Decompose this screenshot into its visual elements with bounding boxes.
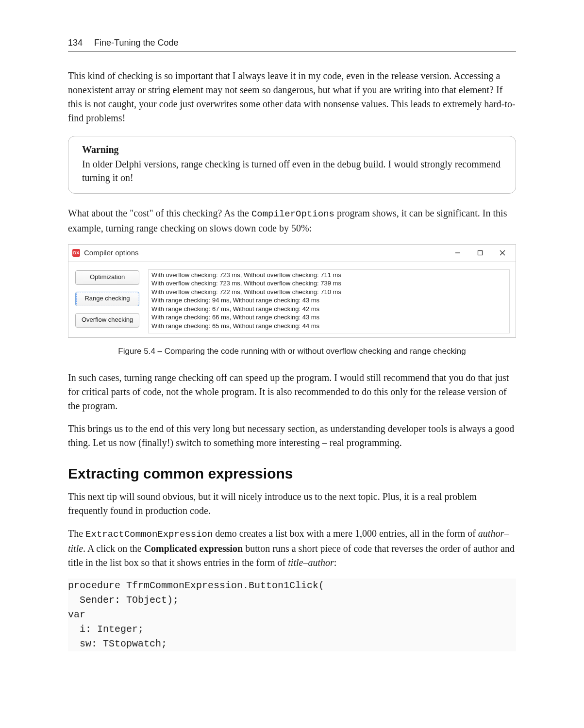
paragraph-1: This kind of checking is so important th… (68, 69, 516, 125)
output-panel: With overflow checking: 723 ms, Without … (148, 269, 510, 334)
italic-title-author: title–author (288, 557, 334, 568)
window-body: Optimization Range checking Overflow che… (68, 262, 516, 338)
optimization-button[interactable]: Optimization (75, 270, 139, 285)
output-line: With range checking: 66 ms, Without rang… (151, 313, 506, 322)
output-line: With range checking: 65 ms, Without rang… (151, 322, 506, 331)
paragraph-6-c: . A click on the (83, 543, 144, 554)
callout-body: In older Delphi versions, range checking… (82, 157, 502, 184)
inline-code-extractcommonexpression: ExtractCommonExpression (85, 529, 213, 540)
page-header: 134 Fine-Tuning the Code (68, 38, 516, 51)
paragraph-4: This brings us to the end of this very l… (68, 422, 516, 450)
overflow-checking-button[interactable]: Overflow checking (75, 313, 139, 328)
close-icon (500, 250, 505, 256)
svg-rect-1 (478, 250, 483, 255)
output-line: With overflow checking: 722 ms, Without … (151, 288, 506, 297)
window-button-column: Optimization Range checking Overflow che… (75, 269, 139, 334)
inline-code-compileroptions: CompilerOptions (251, 209, 334, 219)
compiler-options-window: DX Compiler options Optimization Range c… (68, 244, 516, 338)
paragraph-6: The ExtractCommonExpression demo creates… (68, 527, 516, 570)
range-checking-button[interactable]: Range checking (75, 292, 139, 306)
output-line: With overflow checking: 723 ms, Without … (151, 271, 506, 280)
paragraph-5: This next tip will sound obvious, but it… (68, 490, 516, 518)
close-button[interactable] (491, 246, 514, 260)
page-number: 134 (68, 38, 83, 48)
window-titlebar: DX Compiler options (68, 245, 516, 262)
paragraph-3: In such cases, turning range checking of… (68, 371, 516, 413)
output-line: With range checking: 67 ms, Without rang… (151, 305, 506, 314)
paragraph-6-e: : (334, 557, 337, 568)
window-title: Compiler options (84, 248, 447, 257)
paragraph-2: What about the "cost" of this checking? … (68, 206, 516, 235)
minimize-button[interactable] (447, 246, 469, 260)
maximize-button[interactable] (469, 246, 491, 260)
warning-callout: Warning In older Delphi versions, range … (68, 136, 516, 194)
figure-caption: Figure 5.4 – Comparing the code running … (68, 347, 516, 356)
paragraph-2-part-a: What about the "cost" of this checking? … (68, 208, 251, 218)
window-controls (447, 246, 514, 260)
app-icon: DX (72, 249, 80, 257)
chapter-title: Fine-Tuning the Code (94, 38, 178, 48)
output-line: With overflow checking: 723 ms, Without … (151, 279, 506, 288)
section-heading: Extracting common expressions (68, 465, 516, 482)
minimize-icon (455, 250, 461, 256)
output-line: With range checking: 94 ms, Without rang… (151, 296, 506, 305)
code-block: procedure TfrmCommonExpression.Button1Cl… (68, 579, 516, 651)
paragraph-6-a: The (68, 528, 85, 539)
callout-title: Warning (82, 144, 502, 155)
maximize-icon (477, 250, 483, 256)
bold-complicated-expression: Complicated expression (144, 543, 243, 554)
paragraph-6-b: demo creates a list box with a mere 1,00… (213, 528, 478, 539)
